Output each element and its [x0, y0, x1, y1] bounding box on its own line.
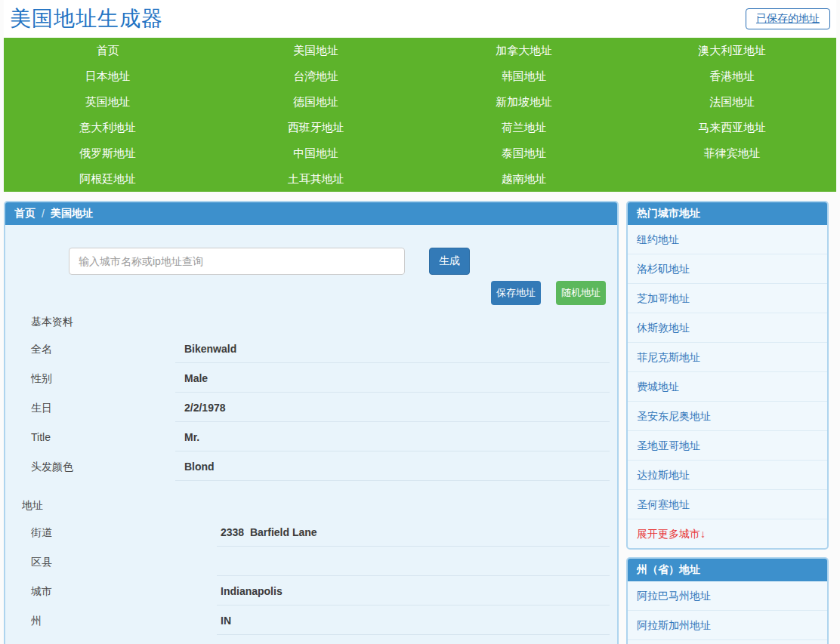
field-value: 2/2/1978: [175, 393, 610, 422]
sidebar-item-chicago[interactable]: 芝加哥地址: [628, 284, 827, 313]
field-label: 性别: [31, 363, 175, 393]
profile-fields: 全名 Bikenwald 性别 Male 生日 2/2/1978 Title M…: [5, 334, 617, 481]
list-item: 展开更多城市↓: [628, 519, 827, 548]
nav-item-thailand[interactable]: 泰国地址: [420, 140, 628, 166]
field-row-street: 街道 2338 Barfield Lane: [5, 517, 610, 547]
list-item: 圣安东尼奥地址: [628, 401, 827, 430]
breadcrumb-separator: /: [42, 208, 45, 220]
nav-item-uk[interactable]: 英国地址: [4, 89, 212, 115]
field-label: 全名: [31, 334, 175, 363]
nav-item-italy[interactable]: 意大利地址: [4, 115, 212, 140]
list-item: 阿拉巴马州地址: [628, 581, 827, 610]
breadcrumb-home-link[interactable]: 首页: [14, 207, 36, 220]
nav-item-turkey[interactable]: 土耳其地址: [212, 166, 421, 192]
field-value: Mr.: [175, 422, 610, 451]
states-list: 阿拉巴马州地址 阿拉斯加州地址 亚利桑那州地址: [628, 581, 827, 644]
field-label: 城市: [31, 576, 217, 605]
list-item: 芝加哥地址: [628, 283, 827, 313]
actions-row: 保存地址 随机地址: [5, 281, 606, 305]
list-item: 休斯敦地址: [628, 313, 827, 342]
search-row: 生成: [69, 248, 617, 275]
nav-item-home[interactable]: 首页: [4, 38, 212, 63]
field-row-statefull: 州全称 Indiana: [5, 635, 610, 644]
save-address-button[interactable]: 保存地址: [491, 281, 541, 305]
nav-item-russia[interactable]: 俄罗斯地址: [4, 140, 212, 166]
nav-item-germany[interactable]: 德国地址: [212, 89, 421, 115]
list-item: 达拉斯地址: [628, 460, 827, 489]
saved-addresses-button[interactable]: 已保存的地址: [746, 8, 830, 29]
random-address-button[interactable]: 随机地址: [556, 281, 606, 305]
field-label: 州全称: [31, 635, 217, 644]
field-row-birthday: 生日 2/2/1978: [5, 393, 610, 422]
content: 首页 / 美国地址 生成 保存地址 随机地址 基本资料 全名 Bikenwald…: [4, 201, 836, 644]
address-fields: 街道 2338 Barfield Lane 区县 城市 Indianapolis…: [5, 517, 617, 644]
nav-item-spain[interactable]: 西班牙地址: [212, 115, 421, 140]
country-nav: 首页 美国地址 加拿大地址 澳大利亚地址 日本地址 台湾地址 韩国地址 香港地址…: [4, 38, 836, 192]
list-item: 费城地址: [628, 371, 827, 401]
nav-item-argentina[interactable]: 阿根廷地址: [4, 166, 212, 192]
field-label: 生日: [31, 393, 175, 422]
list-item: 圣何塞地址: [628, 489, 827, 519]
field-label: 州: [31, 605, 217, 635]
sidebar-item-alabama[interactable]: 阿拉巴马州地址: [628, 581, 827, 610]
nav-item-hongkong[interactable]: 香港地址: [628, 63, 837, 89]
address-section-title: 地址: [22, 499, 617, 513]
field-value: Indiana: [217, 635, 610, 644]
field-row-gender: 性别 Male: [5, 363, 610, 393]
top-header: 美国地址生成器 已保存的地址: [4, 0, 836, 38]
field-row-state: 州 IN: [5, 605, 610, 635]
sidebar-item-newyork[interactable]: 纽约地址: [628, 225, 827, 254]
generate-button[interactable]: 生成: [429, 248, 470, 275]
field-row-fullname: 全名 Bikenwald: [5, 334, 610, 363]
nav-item-canada[interactable]: 加拿大地址: [420, 38, 628, 63]
sidebar-item-sanantonio[interactable]: 圣安东尼奥地址: [628, 402, 827, 430]
breadcrumb-current: 美国地址: [51, 207, 93, 220]
sidebar-item-houston[interactable]: 休斯敦地址: [628, 313, 827, 342]
nav-item-taiwan[interactable]: 台湾地址: [212, 63, 421, 89]
sidebar-item-sanjose[interactable]: 圣何塞地址: [628, 490, 827, 519]
hot-cities-title: 热门城市地址: [628, 202, 827, 225]
sidebar-item-sandiego[interactable]: 圣地亚哥地址: [628, 431, 827, 460]
hot-cities-list: 纽约地址 洛杉矶地址 芝加哥地址 休斯敦地址 菲尼克斯地址 费城地址 圣安东尼奥…: [628, 225, 827, 548]
list-item: 洛杉矶地址: [628, 254, 827, 283]
nav-item-philippines[interactable]: 菲律宾地址: [628, 140, 837, 166]
page: 美国地址生成器 已保存的地址 首页 美国地址 加拿大地址 澳大利亚地址 日本地址…: [0, 0, 840, 644]
field-label: Title: [31, 422, 175, 451]
sidebar: 热门城市地址 纽约地址 洛杉矶地址 芝加哥地址 休斯敦地址 菲尼克斯地址 费城地…: [626, 201, 829, 644]
sidebar-item-arizona[interactable]: 亚利桑那州地址: [628, 640, 827, 644]
expand-more-cities-link[interactable]: 展开更多城市↓: [628, 519, 827, 548]
nav-item-netherlands[interactable]: 荷兰地址: [420, 115, 628, 140]
field-value: IN: [217, 605, 610, 635]
sidebar-item-dallas[interactable]: 达拉斯地址: [628, 461, 827, 489]
hot-cities-panel: 热门城市地址 纽约地址 洛杉矶地址 芝加哥地址 休斯敦地址 菲尼克斯地址 费城地…: [626, 201, 829, 550]
site-title: 美国地址生成器: [10, 5, 163, 33]
list-item: 亚利桑那州地址: [628, 639, 827, 644]
nav-item-japan[interactable]: 日本地址: [4, 63, 212, 89]
nav-item-france[interactable]: 法国地址: [628, 89, 837, 115]
list-item: 菲尼克斯地址: [628, 342, 827, 371]
nav-item-korea[interactable]: 韩国地址: [420, 63, 628, 89]
list-item: 纽约地址: [628, 225, 827, 254]
field-row-district: 区县: [5, 547, 610, 576]
field-row-title: Title Mr.: [5, 422, 610, 451]
field-label: 头发颜色: [31, 451, 175, 481]
field-row-city: 城市 Indianapolis: [5, 576, 610, 605]
field-value: [217, 547, 610, 576]
field-value: 2338 Barfield Lane: [217, 517, 610, 547]
states-panel: 州（省）地址 阿拉巴马州地址 阿拉斯加州地址 亚利桑那州地址: [626, 557, 829, 644]
nav-item-vietnam[interactable]: 越南地址: [420, 166, 628, 192]
nav-item-australia[interactable]: 澳大利亚地址: [628, 38, 837, 63]
field-value: Male: [175, 363, 610, 393]
nav-item-china[interactable]: 中国地址: [212, 140, 421, 166]
nav-item-malaysia[interactable]: 马来西亚地址: [628, 115, 837, 140]
field-label: 区县: [31, 547, 217, 576]
sidebar-item-philadelphia[interactable]: 费城地址: [628, 372, 827, 401]
field-row-haircolor: 头发颜色 Blond: [5, 451, 610, 481]
sidebar-item-alaska[interactable]: 阿拉斯加州地址: [628, 611, 827, 639]
nav-item-us[interactable]: 美国地址: [212, 38, 421, 63]
sidebar-item-losangeles[interactable]: 洛杉矶地址: [628, 254, 827, 283]
nav-item-singapore[interactable]: 新加坡地址: [420, 89, 628, 115]
sidebar-item-phoenix[interactable]: 菲尼克斯地址: [628, 343, 827, 371]
profile-section-title: 基本资料: [31, 316, 617, 329]
search-input[interactable]: [69, 248, 405, 275]
